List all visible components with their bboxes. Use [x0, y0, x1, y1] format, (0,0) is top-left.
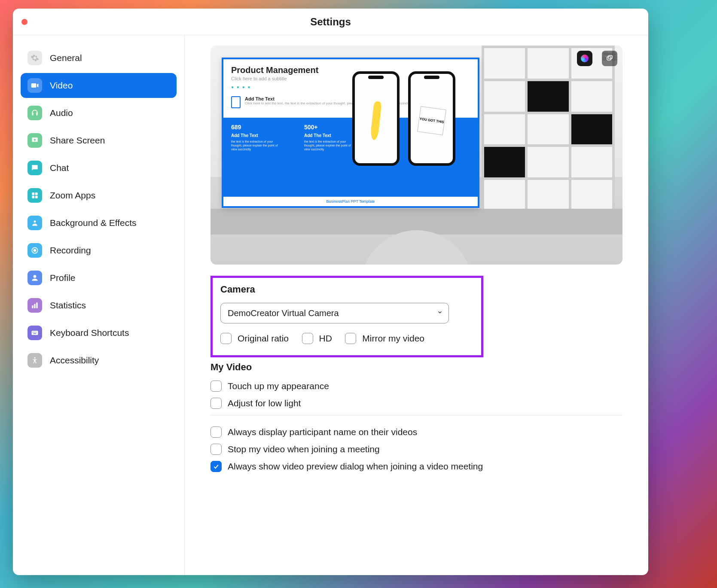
slide-footer: BusinessPlan PPT Template	[223, 197, 478, 206]
checkbox-label: Original ratio	[238, 333, 289, 344]
stat-label: Add The Text	[231, 133, 283, 138]
checkbox-icon	[211, 444, 222, 455]
checkbox-label: Always display participant name on their…	[228, 427, 417, 437]
checkbox-icon	[211, 427, 222, 438]
checkbox-display-participant-name[interactable]: Always display participant name on their…	[211, 427, 622, 438]
sidebar-item-label: Video	[50, 80, 73, 91]
more-video-options: Always display participant name on their…	[211, 427, 622, 472]
chat-icon	[27, 161, 42, 175]
checkbox-mirror-video[interactable]: Mirror my video	[345, 333, 424, 344]
svg-rect-14	[36, 332, 37, 333]
camera-select-value: DemoCreator Virtual Camera	[228, 308, 339, 318]
titlebar: Settings	[13, 9, 648, 35]
sidebar-item-label: Recording	[50, 245, 91, 256]
checkbox-low-light[interactable]: Adjust for low light	[211, 398, 622, 409]
checkbox-label: Always show video preview dialog when jo…	[228, 461, 483, 472]
checkbox-label: Stop my video when joining a meeting	[228, 444, 380, 454]
phone-mockup: YOU GOT THIS	[408, 71, 455, 166]
checkbox-label: HD	[319, 333, 332, 344]
sidebar-item-label: Share Screen	[50, 135, 105, 146]
camera-section-title: Camera	[220, 284, 473, 295]
sidebar-item-background-effects[interactable]: Background & Effects	[21, 210, 177, 235]
close-window-button[interactable]	[21, 19, 27, 25]
checkbox-hd[interactable]: HD	[302, 333, 332, 344]
svg-rect-3	[35, 196, 38, 198]
share-screen-icon	[27, 133, 42, 148]
rotate-camera-button[interactable]	[602, 51, 617, 66]
svg-rect-13	[34, 332, 35, 333]
video-preview: Product Management Click here to add a s…	[211, 46, 622, 265]
sidebar-item-label: Chat	[50, 163, 69, 173]
sidebar-item-share-screen[interactable]: Share Screen	[21, 128, 177, 153]
sidebar-item-label: Keyboard Shortcuts	[50, 328, 129, 338]
phone-note: YOU GOT THIS	[417, 106, 446, 135]
stat-desc: the text is the extraction of your thoug…	[304, 140, 356, 151]
checkbox-touch-up[interactable]: Touch up my appearance	[211, 381, 622, 392]
svg-rect-2	[32, 196, 34, 198]
brand-badge	[577, 51, 592, 66]
headphones-icon	[27, 106, 42, 120]
profile-icon	[27, 271, 42, 285]
checkbox-label: Adjust for low light	[228, 398, 301, 408]
settings-sidebar: General Video Audio Share Screen	[13, 35, 185, 575]
sidebar-item-label: Profile	[50, 273, 76, 283]
svg-point-6	[34, 250, 36, 252]
camera-select-wrap: DemoCreator Virtual Camera	[220, 303, 449, 323]
window-title: Settings	[310, 16, 351, 28]
checkbox-label: Mirror my video	[362, 333, 424, 344]
camera-select[interactable]: DemoCreator Virtual Camera	[220, 303, 449, 323]
stat-desc: the text is the extraction of your thoug…	[231, 140, 283, 151]
section-divider	[211, 415, 622, 415]
window-controls	[21, 19, 27, 25]
svg-rect-9	[34, 304, 35, 308]
checkbox-original-ratio[interactable]: Original ratio	[220, 333, 289, 344]
sidebar-item-general[interactable]: General	[21, 46, 177, 70]
preview-phones: YOU GOT THIS	[352, 71, 455, 166]
sidebar-item-keyboard-shortcuts[interactable]: Keyboard Shortcuts	[21, 320, 177, 345]
stat-number: 500+	[304, 124, 356, 131]
my-video-title: My Video	[211, 362, 622, 373]
sidebar-item-label: Background & Effects	[50, 218, 137, 228]
sidebar-item-zoom-apps[interactable]: Zoom Apps	[21, 183, 177, 208]
checkbox-icon	[211, 461, 222, 472]
svg-rect-11	[32, 331, 38, 335]
stat-number: 689	[231, 124, 283, 131]
accessibility-icon	[27, 353, 42, 368]
svg-point-16	[34, 357, 35, 359]
statistics-icon	[27, 298, 42, 313]
sidebar-item-accessibility[interactable]: Accessibility	[21, 348, 177, 373]
settings-content: Product Management Click here to add a s…	[185, 35, 648, 575]
checkbox-icon	[302, 333, 313, 344]
checkbox-show-preview-dialog[interactable]: Always show video preview dialog when jo…	[211, 461, 622, 472]
sidebar-item-statistics[interactable]: Statistics	[21, 293, 177, 318]
preview-shelf	[482, 46, 615, 213]
sidebar-item-recording[interactable]: Recording	[21, 238, 177, 263]
checkbox-icon	[211, 381, 222, 392]
checkbox-label: Touch up my appearance	[228, 381, 329, 391]
svg-rect-10	[36, 302, 37, 308]
svg-rect-15	[34, 333, 37, 334]
svg-point-7	[34, 275, 37, 278]
sidebar-item-audio[interactable]: Audio	[21, 101, 177, 125]
background-icon	[27, 216, 42, 230]
gear-icon	[27, 51, 42, 65]
svg-rect-0	[32, 192, 34, 195]
window-body: General Video Audio Share Screen	[13, 35, 648, 575]
record-icon	[27, 243, 42, 258]
settings-window: Settings General Video Audio	[13, 9, 648, 575]
checkbox-stop-video-on-join[interactable]: Stop my video when joining a meeting	[211, 444, 622, 455]
sidebar-item-chat[interactable]: Chat	[21, 155, 177, 180]
checkbox-icon	[220, 333, 232, 344]
camera-section-highlight: Camera DemoCreator Virtual Camera Origin…	[211, 276, 483, 357]
checkbox-icon	[345, 333, 356, 344]
svg-rect-1	[35, 192, 38, 195]
sidebar-item-profile[interactable]: Profile	[21, 265, 177, 290]
sidebar-item-label: General	[50, 53, 82, 63]
sidebar-item-label: Accessibility	[50, 355, 99, 366]
document-icon	[231, 96, 241, 108]
keyboard-icon	[27, 326, 42, 340]
apps-icon	[27, 188, 42, 203]
sidebar-item-video[interactable]: Video	[21, 73, 177, 98]
checkbox-icon	[211, 398, 222, 409]
sidebar-item-label: Statistics	[50, 300, 86, 311]
